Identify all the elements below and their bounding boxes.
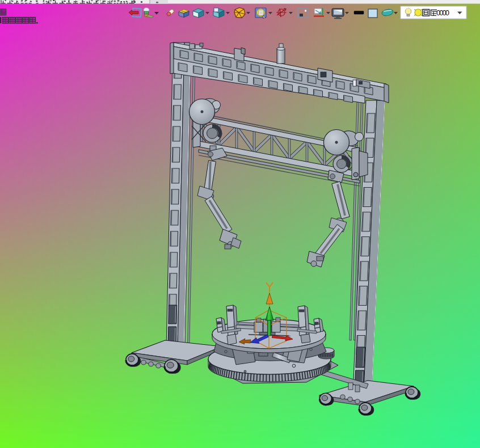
svg-text:0000: 0000: [436, 9, 449, 17]
